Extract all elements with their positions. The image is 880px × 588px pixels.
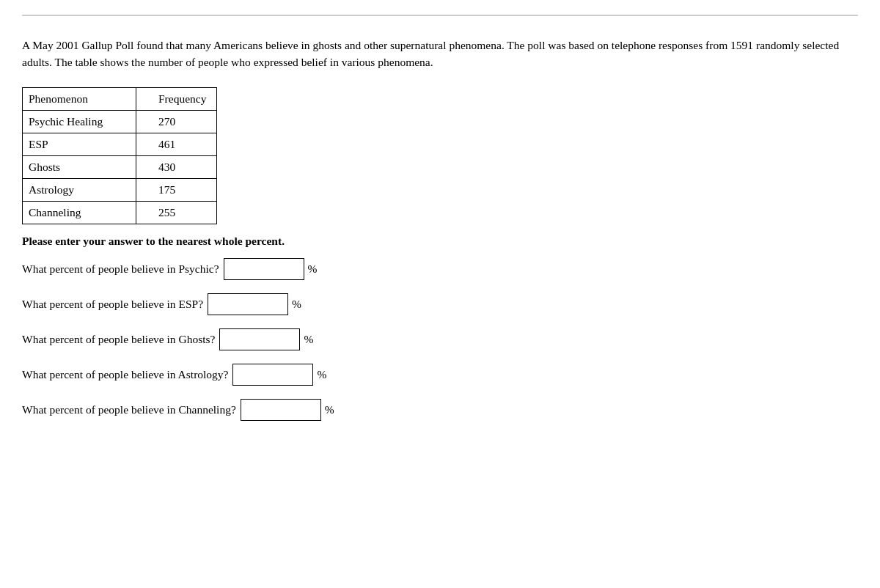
percent-sign-esp: %: [292, 298, 301, 311]
answer-input-channeling[interactable]: [241, 399, 321, 421]
data-table: Phenomenon Frequency Psychic Healing 270…: [22, 87, 217, 224]
question-row-ghosts: What percent of people believe in Ghosts…: [22, 328, 858, 350]
percent-sign-channeling: %: [325, 403, 334, 416]
description-text: A May 2001 Gallup Poll found that many A…: [22, 37, 858, 71]
top-bar: [22, 15, 858, 22]
col-header-phenomenon: Phenomenon: [23, 87, 136, 110]
phenomenon-cell: Ghosts: [23, 155, 136, 178]
question-label-channeling: What percent of people believe in Channe…: [22, 403, 236, 416]
question-label-esp: What percent of people believe in ESP?: [22, 298, 203, 311]
question-row-channeling: What percent of people believe in Channe…: [22, 399, 858, 421]
frequency-cell: 270: [136, 110, 217, 133]
table-row: ESP 461: [23, 133, 217, 155]
answer-input-astrology[interactable]: [232, 364, 313, 386]
answer-input-ghosts[interactable]: [219, 328, 300, 350]
instruction-text: Please enter your answer to the nearest …: [22, 235, 858, 248]
table-row: Psychic Healing 270: [23, 110, 217, 133]
percent-sign-psychic: %: [308, 262, 318, 276]
percent-sign-ghosts: %: [304, 333, 313, 346]
question-label-psychic: What percent of people believe in Psychi…: [22, 262, 219, 276]
question-row-esp: What percent of people believe in ESP? %: [22, 293, 858, 315]
col-header-frequency: Frequency: [136, 87, 217, 110]
table-row: Astrology 175: [23, 178, 217, 201]
page-container: A May 2001 Gallup Poll found that many A…: [0, 0, 880, 588]
phenomenon-cell: Psychic Healing: [23, 110, 136, 133]
question-row-psychic: What percent of people believe in Psychi…: [22, 258, 858, 280]
frequency-cell: 430: [136, 155, 217, 178]
frequency-cell: 175: [136, 178, 217, 201]
phenomenon-cell: Channeling: [23, 201, 136, 224]
table-row: Ghosts 430: [23, 155, 217, 178]
question-row-astrology: What percent of people believe in Astrol…: [22, 364, 858, 386]
table-header-row: Phenomenon Frequency: [23, 87, 217, 110]
frequency-cell: 255: [136, 201, 217, 224]
answer-input-esp[interactable]: [208, 293, 288, 315]
percent-sign-astrology: %: [317, 368, 326, 381]
table-row: Channeling 255: [23, 201, 217, 224]
phenomenon-cell: ESP: [23, 133, 136, 155]
question-label-ghosts: What percent of people believe in Ghosts…: [22, 333, 215, 346]
answer-input-psychic[interactable]: [224, 258, 304, 280]
phenomenon-cell: Astrology: [23, 178, 136, 201]
frequency-cell: 461: [136, 133, 217, 155]
question-label-astrology: What percent of people believe in Astrol…: [22, 368, 228, 381]
